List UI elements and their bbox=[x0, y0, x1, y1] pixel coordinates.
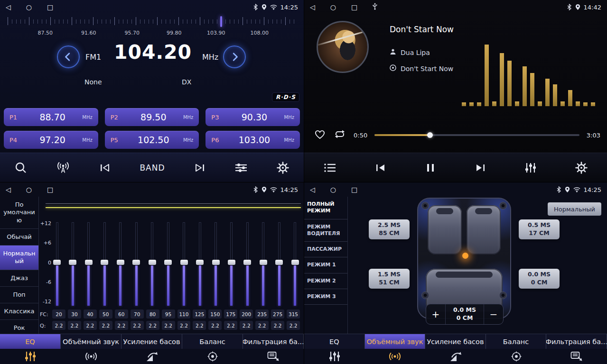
delay-rear-right[interactable]: 0.0 MS 0 CM bbox=[519, 269, 560, 289]
preset-p3[interactable]: P390.30MHz bbox=[205, 108, 300, 126]
eq-band-slider-2[interactable] bbox=[69, 222, 76, 306]
sf-audio-tab-0[interactable]: EQ bbox=[304, 334, 365, 349]
playlist-icon[interactable] bbox=[324, 163, 336, 173]
home-button[interactable]: ○ bbox=[26, 4, 32, 10]
eq-audio-tab-4[interactable]: Фильтрация ба... bbox=[243, 334, 304, 349]
progress-slider[interactable] bbox=[374, 134, 579, 136]
pause-icon[interactable] bbox=[425, 162, 436, 173]
eq-band-slider-14[interactable] bbox=[260, 222, 267, 306]
sf-audio-tab-2[interactable]: Усиление басов bbox=[425, 334, 486, 349]
back-button[interactable]: ◁ bbox=[310, 186, 315, 193]
eq-band-slider-4[interactable] bbox=[101, 222, 108, 306]
home-button[interactable]: ○ bbox=[26, 186, 32, 193]
next-track-icon[interactable] bbox=[474, 162, 486, 173]
music-player-screen: ◁ ○ □ 14:42 Don't Start Now Dua Lipa Don… bbox=[304, 0, 607, 182]
eq-band-slider-11[interactable] bbox=[212, 222, 220, 306]
tab-filter-icon[interactable] bbox=[546, 349, 607, 364]
eq-audio-tab-2[interactable]: Усиление басов bbox=[121, 334, 182, 349]
back-button[interactable]: ◁ bbox=[6, 4, 11, 10]
eq-preset-item[interactable]: Нормальный bbox=[0, 246, 38, 270]
listening-position-dot[interactable] bbox=[462, 253, 468, 259]
eq-preset-item[interactable]: Поп bbox=[0, 287, 38, 303]
recents-button[interactable]: □ bbox=[47, 4, 53, 10]
visualizer-bar bbox=[568, 90, 572, 106]
q-value: 2.2 bbox=[240, 321, 253, 330]
scan-search-icon[interactable] bbox=[14, 161, 28, 174]
eq-band-slider-5[interactable] bbox=[117, 222, 124, 306]
delay-front-left[interactable]: 2.5 MS 85 CM bbox=[369, 219, 410, 239]
preset-p2[interactable]: P289.50MHz bbox=[105, 108, 199, 126]
back-button[interactable]: ◁ bbox=[6, 186, 11, 193]
tab-bass-icon[interactable] bbox=[121, 349, 182, 364]
mixer-icon[interactable] bbox=[525, 162, 536, 173]
progress-knob[interactable] bbox=[427, 132, 433, 138]
favorite-heart-icon[interactable] bbox=[314, 128, 326, 142]
eq-band-slider-6[interactable] bbox=[132, 222, 140, 306]
eq-band-slider-12[interactable] bbox=[228, 222, 235, 306]
eq-band-slider-16[interactable] bbox=[291, 222, 299, 306]
repeat-icon[interactable] bbox=[333, 128, 346, 142]
tab-balance-icon[interactable] bbox=[182, 349, 243, 364]
album-art[interactable] bbox=[317, 21, 369, 73]
sf-mode-item[interactable]: РЕЖИМ 1 bbox=[304, 257, 347, 273]
home-button[interactable]: ○ bbox=[330, 4, 336, 10]
tab-surround-icon[interactable] bbox=[365, 349, 426, 364]
recents-button[interactable]: □ bbox=[351, 186, 357, 193]
front-left-seat bbox=[428, 205, 462, 255]
sf-audio-tab-3[interactable]: Баланс bbox=[486, 334, 547, 349]
previous-track-icon[interactable] bbox=[374, 162, 387, 173]
delay-decrease-button[interactable]: − bbox=[484, 304, 503, 324]
delay-increase-button[interactable]: + bbox=[426, 304, 445, 324]
preset-p6[interactable]: P6103.00MHz bbox=[205, 131, 300, 149]
eq-audio-tab-3[interactable]: Баланс bbox=[182, 334, 243, 349]
recents-button[interactable]: □ bbox=[351, 4, 357, 10]
sf-mode-item[interactable]: ПОЛНЫЙ РЕЖИМ bbox=[304, 197, 347, 219]
eq-band-slider-7[interactable] bbox=[149, 222, 156, 306]
sf-mode-item[interactable]: ПАССАЖИР bbox=[304, 242, 347, 257]
frequency-pointer[interactable] bbox=[220, 16, 222, 27]
sf-audio-tab-1[interactable]: Объёмный звук bbox=[365, 334, 426, 349]
previous-station-icon[interactable] bbox=[99, 162, 111, 173]
delay-rear-left[interactable]: 1.5 MS 51 CM bbox=[369, 269, 410, 289]
home-button[interactable]: ○ bbox=[330, 186, 336, 193]
eq-band-slider-3[interactable] bbox=[85, 222, 93, 306]
sf-mode-item[interactable]: РЕЖИМ ВОДИТЕЛЯ bbox=[304, 219, 347, 242]
eq-preset-item[interactable]: Классика bbox=[0, 303, 38, 320]
eq-band-slider-15[interactable] bbox=[275, 222, 283, 306]
eq-preset-item[interactable]: Обычай bbox=[0, 229, 38, 246]
back-button[interactable]: ◁ bbox=[310, 4, 315, 10]
eq-band-slider-10[interactable] bbox=[196, 222, 204, 306]
recents-button[interactable]: □ bbox=[47, 186, 53, 193]
tab-balance-icon[interactable] bbox=[486, 349, 547, 364]
tab-surround-icon[interactable] bbox=[61, 349, 121, 364]
tab-bass-icon[interactable] bbox=[425, 349, 486, 364]
tab-filter-icon[interactable] bbox=[243, 349, 304, 364]
tune-down-button[interactable] bbox=[57, 46, 80, 68]
broadcast-antenna-icon[interactable] bbox=[56, 161, 70, 174]
eq-audio-tab-1[interactable]: Объёмный звук bbox=[61, 334, 121, 349]
tab-eq-icon[interactable] bbox=[304, 349, 365, 364]
settings-gear-icon[interactable] bbox=[575, 161, 588, 174]
sf-audio-tab-4[interactable]: Фильтрация ба... bbox=[546, 334, 607, 349]
tune-up-button[interactable] bbox=[223, 46, 246, 68]
next-station-icon[interactable] bbox=[194, 162, 206, 173]
eq-preset-item[interactable]: Джаз bbox=[0, 270, 38, 287]
settings-gear-icon[interactable] bbox=[276, 161, 289, 174]
eq-band-slider-8[interactable] bbox=[164, 222, 172, 306]
frequency-ruler[interactable] bbox=[8, 16, 297, 27]
preset-p5[interactable]: P5102.50MHz bbox=[105, 131, 199, 149]
eq-band-slider-13[interactable] bbox=[243, 222, 251, 306]
sound-preset-button[interactable]: Нормальный bbox=[548, 202, 601, 216]
equalizer-icon[interactable] bbox=[234, 162, 248, 173]
delay-front-right[interactable]: 0.5 MS 17 CM bbox=[519, 219, 560, 239]
sf-mode-item[interactable]: РЕЖИМ 3 bbox=[304, 289, 347, 305]
preset-p1[interactable]: P188.70MHz bbox=[4, 108, 98, 126]
sf-mode-item[interactable]: РЕЖИМ 2 bbox=[304, 273, 347, 289]
preset-p4[interactable]: P497.20MHz bbox=[4, 131, 98, 149]
band-button[interactable]: BAND bbox=[140, 163, 165, 173]
eq-band-slider-9[interactable] bbox=[180, 222, 188, 306]
tab-eq-icon[interactable] bbox=[0, 349, 61, 364]
eq-audio-tab-0[interactable]: EQ bbox=[0, 334, 61, 349]
eq-band-slider-1[interactable] bbox=[53, 222, 61, 306]
eq-preset-item[interactable]: По умолчанию bbox=[0, 197, 38, 229]
